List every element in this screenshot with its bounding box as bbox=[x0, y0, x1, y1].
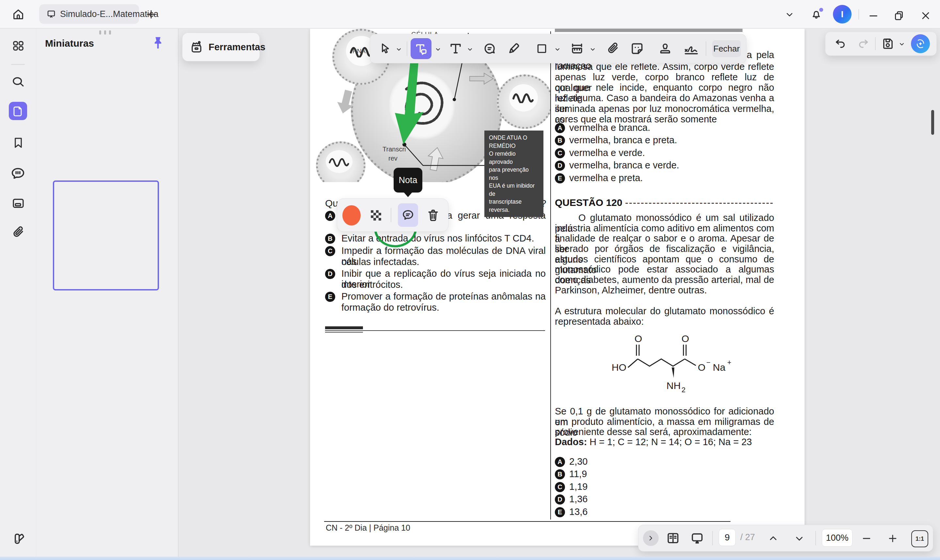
question-separator-thin bbox=[325, 332, 363, 332]
q120-para3-line: proveniente desse sal será, aproximadame… bbox=[555, 426, 774, 437]
expand-panel-button[interactable] bbox=[643, 530, 658, 546]
apps-grid-icon[interactable] bbox=[12, 39, 25, 52]
option-letter-badge: B bbox=[555, 469, 565, 479]
note-tool-icon[interactable] bbox=[483, 42, 497, 56]
q120-para2-line: representada abaixo: bbox=[555, 316, 774, 327]
rail-divider bbox=[11, 64, 25, 65]
sidebar-item-thumbnails-active[interactable] bbox=[9, 102, 27, 120]
undo-icon[interactable] bbox=[834, 37, 847, 50]
callout-line-3: O remédio aprovado bbox=[489, 150, 539, 166]
text-chevron-down-icon[interactable] bbox=[466, 45, 474, 53]
signature-tool-icon[interactable] bbox=[683, 42, 699, 56]
toolbar-divider bbox=[875, 37, 876, 50]
measure-tool-icon[interactable] bbox=[570, 42, 584, 56]
document-tab[interactable]: Simulado-E...Matematica bbox=[39, 4, 139, 24]
notification-dot bbox=[819, 8, 823, 12]
cursor-chevron-down-icon[interactable] bbox=[395, 45, 403, 53]
bookmarks-icon[interactable] bbox=[12, 136, 25, 149]
option-letter-badge: C bbox=[555, 148, 565, 158]
annotation-toolbar: Fechar bbox=[370, 34, 746, 63]
color-palette-icon[interactable] bbox=[11, 531, 25, 546]
new-tab-button[interactable] bbox=[146, 9, 157, 20]
molecule-diagram: HO O O O − Na + NH 2 bbox=[609, 333, 746, 398]
nota-tooltip-text: Nota bbox=[398, 175, 417, 185]
delete-annotation-icon[interactable] bbox=[426, 208, 440, 222]
select-cursor-icon[interactable] bbox=[378, 42, 392, 55]
q120-header-text: QUESTÃO 120 bbox=[555, 197, 622, 208]
nota-tooltip: Nota bbox=[394, 168, 422, 192]
color-swatch-orange[interactable] bbox=[342, 205, 361, 226]
panel-drag-handle[interactable] bbox=[99, 30, 111, 35]
page-layout-icon[interactable] bbox=[666, 531, 680, 545]
callout-line-2: REMÉDIO bbox=[489, 142, 539, 150]
redo-icon[interactable] bbox=[857, 37, 870, 50]
home-button[interactable] bbox=[12, 8, 25, 21]
q120-header-dashes: ----------------------------------------… bbox=[625, 197, 774, 208]
annotation-popup-toolbar bbox=[337, 198, 448, 232]
next-page-icon[interactable] bbox=[794, 533, 805, 544]
save-chevron-down-icon[interactable] bbox=[898, 40, 906, 48]
search-icon[interactable] bbox=[11, 75, 25, 89]
opacity-checkerboard-icon[interactable] bbox=[369, 209, 383, 222]
save-icon[interactable] bbox=[881, 37, 895, 51]
molecule-ho-label: HO bbox=[612, 362, 626, 373]
attach-paperclip-icon[interactable] bbox=[606, 42, 620, 56]
measure-chevron-down-icon[interactable] bbox=[589, 45, 597, 53]
molecule-nh-label: NH bbox=[666, 380, 680, 391]
text-tool-icon[interactable] bbox=[448, 42, 463, 56]
user-avatar[interactable]: I bbox=[833, 5, 852, 23]
molecule-minus: − bbox=[706, 358, 711, 366]
page-footer-text: CN - 2º Dia | Página 10 bbox=[326, 523, 410, 532]
titlebar-divider bbox=[0, 28, 940, 29]
q120-para1-line: Parkinson, Alzheimer, dentre outras. bbox=[555, 285, 774, 296]
zoom-value-box[interactable]: 100% bbox=[822, 529, 852, 547]
stamp-tool-icon[interactable] bbox=[658, 42, 672, 56]
q118-question-start: Qu bbox=[325, 198, 338, 209]
option-letter-badge: B bbox=[555, 135, 565, 146]
notifications-bell-icon[interactable] bbox=[810, 8, 823, 20]
ai-assistant-icon[interactable] bbox=[911, 34, 930, 53]
sticker-tool-icon[interactable] bbox=[630, 42, 644, 56]
previous-page-icon[interactable] bbox=[768, 533, 779, 544]
q120-header: QUESTÃO 120 ----------------------------… bbox=[555, 197, 774, 208]
fechar-button[interactable]: Fechar bbox=[712, 40, 741, 57]
flag-image-bottom-edge bbox=[555, 29, 743, 32]
remedy-callout-box: ONDE ATUA O REMÉDIO O remédio aprovado p… bbox=[485, 131, 543, 217]
molecule-o-label: O bbox=[634, 333, 642, 344]
label-rna: RNA bbox=[352, 48, 366, 55]
attachments-paperclip-icon[interactable] bbox=[11, 225, 25, 240]
actual-size-label: 1:1 bbox=[915, 535, 924, 542]
titlebar-chevron-down-icon[interactable] bbox=[785, 10, 794, 20]
presentation-mode-icon[interactable] bbox=[690, 531, 705, 545]
titlebar-separator bbox=[858, 9, 859, 20]
molecule-sub2: 2 bbox=[682, 386, 685, 394]
restore-button[interactable] bbox=[893, 10, 905, 22]
statusbar-divider bbox=[815, 531, 816, 545]
option-letter-badge: A bbox=[325, 211, 335, 221]
popup-divider bbox=[391, 208, 391, 222]
text-comment-chevron-down-icon[interactable] bbox=[434, 45, 442, 53]
minimize-button[interactable] bbox=[868, 10, 879, 22]
zoom-out-icon[interactable] bbox=[861, 533, 872, 544]
pencil-tool-icon[interactable] bbox=[506, 42, 521, 56]
slides-icon[interactable] bbox=[11, 197, 25, 210]
status-bar: / 27 100% 1:1 bbox=[638, 525, 933, 552]
page-thumbnails-icon bbox=[12, 105, 23, 117]
page-number-input[interactable] bbox=[719, 529, 736, 546]
comments-icon[interactable] bbox=[11, 166, 25, 181]
q120-dados-line: Dados: H = 1; C = 12; N = 14; O = 16; Na… bbox=[555, 437, 774, 448]
zoom-in-icon[interactable] bbox=[887, 533, 898, 544]
pin-icon[interactable] bbox=[151, 35, 165, 51]
ferramentas-button[interactable]: Ferramentas bbox=[182, 32, 260, 62]
toolbar-divider bbox=[706, 42, 706, 56]
question-separator-line bbox=[325, 330, 545, 331]
close-button[interactable] bbox=[920, 10, 932, 22]
shape-chevron-down-icon[interactable] bbox=[554, 45, 562, 53]
actual-size-button[interactable]: 1:1 bbox=[911, 530, 928, 547]
shape-tool-icon[interactable] bbox=[535, 42, 548, 55]
thumb9-viewport-indicator[interactable] bbox=[53, 180, 159, 291]
vertical-scrollbar-thumb[interactable] bbox=[931, 110, 934, 135]
option-letter-badge: E bbox=[555, 173, 565, 183]
text-comment-tool-active[interactable] bbox=[411, 38, 431, 59]
note-tool-active[interactable] bbox=[398, 203, 418, 227]
